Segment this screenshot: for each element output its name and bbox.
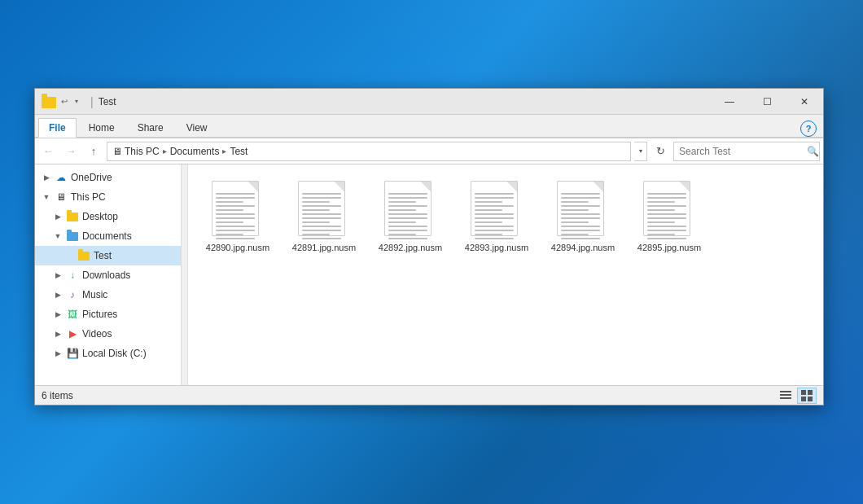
sidebar-item-onedrive[interactable]: ▶ ☁ OneDrive [35,168,181,187]
line [388,234,416,235]
sidebar-item-pictures[interactable]: ▶ 🖼 Pictures [35,305,181,324]
expand-pictures[interactable]: ▶ [53,309,63,319]
sidebar-item-music[interactable]: ▶ ♪ Music [35,285,181,305]
line [561,213,600,215]
line [216,226,255,227]
file-icon-1 [298,181,350,239]
sidebar-item-local-disk[interactable]: ▶ 💾 Local Disk (C:) [35,344,181,363]
file-item-2[interactable]: 42892.jpg.nusm [374,177,447,256]
window-controls: — ☐ ✕ [711,89,823,115]
line [561,197,600,199]
sidebar-item-this-pc[interactable]: ▼ 🖥 This PC [35,187,181,207]
file-item-5[interactable]: 42895.jpg.nusm [633,177,706,256]
expand-this-pc[interactable]: ▼ [42,192,51,202]
forward-button[interactable]: → [61,142,81,161]
search-icon[interactable]: 🔍 [806,142,819,161]
line [647,238,686,239]
line [216,197,255,199]
refresh-button[interactable]: ↻ [651,142,670,161]
address-breadcrumb[interactable]: 🖥 This PC ▸ Documents ▸ Test [107,142,631,161]
file-lines-5 [647,193,686,239]
line [302,197,341,199]
tab-file[interactable]: File [38,118,77,138]
sidebar-item-videos[interactable]: ▶ ▶ Videos [35,324,181,344]
sidebar-item-documents[interactable]: ▼ Documents [35,226,181,246]
file-page-0 [212,181,259,236]
line [388,238,427,239]
view-buttons [776,388,817,404]
content-area: 42890.jpg.nusm [188,164,823,385]
expand-documents[interactable]: ▼ [53,231,63,241]
file-lines-3 [475,193,514,239]
music-icon: ♪ [66,288,79,301]
sidebar-label-this-pc: This PC [71,191,106,203]
line [216,209,243,211]
line [561,238,600,239]
large-icons-view-button[interactable] [797,388,817,404]
file-name-4: 42894.jpg.nusm [551,243,615,253]
status-bar: 6 items [35,385,823,405]
sidebar-label-documents: Documents [82,230,132,242]
this-pc-icon: 🖥 [55,191,68,204]
file-item-4[interactable]: 42894.jpg.nusm [546,177,620,256]
help-button[interactable]: ? [800,121,817,137]
minimize-button[interactable]: — [711,89,748,115]
ribbon-tabs: File Home Share View ? [35,115,823,138]
qat-dropdown-button[interactable]: ▾ [72,95,81,108]
details-view-button[interactable] [776,388,795,404]
line [647,226,686,227]
line [647,193,686,195]
sidebar-item-desktop[interactable]: ▶ Desktop [35,207,181,226]
expand-downloads[interactable]: ▶ [53,270,63,280]
search-input[interactable] [674,146,806,157]
title-bar: ↩ ▾ | Test — ☐ ✕ [35,89,823,115]
address-dropdown-button[interactable]: ▾ [634,142,647,161]
line [561,201,589,203]
svg-rect-5 [801,397,806,401]
file-item-0[interactable]: 42890.jpg.nusm [201,177,274,256]
svg-rect-4 [808,390,813,395]
tab-view[interactable]: View [176,118,218,137]
expand-videos[interactable]: ▶ [53,329,63,339]
onedrive-icon: ☁ [55,171,68,184]
qat-undo-button[interactable]: ↩ [58,95,71,108]
expand-onedrive[interactable]: ▶ [42,173,51,182]
expand-local-disk[interactable]: ▶ [53,348,63,358]
line [388,226,427,227]
sidebar-item-downloads[interactable]: ▶ ↓ Downloads [35,265,181,285]
status-item-count: 6 items [42,390,776,401]
maximize-button[interactable]: ☐ [748,89,786,115]
svg-rect-1 [780,394,791,396]
file-page-2 [384,181,432,236]
tab-home[interactable]: Home [78,118,125,137]
close-button[interactable]: ✕ [786,89,823,115]
line [561,217,600,219]
breadcrumb-this-pc-label: This PC [125,146,160,157]
line [388,193,427,195]
tab-share[interactable]: Share [127,118,174,137]
file-icon-5 [643,181,695,239]
videos-icon: ▶ [66,327,79,340]
file-item-1[interactable]: 42891.jpg.nusm [287,177,361,256]
sidebar-item-test[interactable]: Test [35,246,181,265]
expand-desktop[interactable]: ▶ [53,212,63,221]
line [647,201,675,203]
svg-rect-3 [801,390,806,395]
line [302,193,341,195]
file-name-2: 42892.jpg.nusm [379,243,442,253]
line [388,205,427,207]
line [388,213,427,215]
up-button[interactable]: ↑ [84,142,103,161]
file-item-3[interactable]: 42893.jpg.nusm [460,177,533,256]
line [216,205,255,207]
line [216,217,255,219]
svg-rect-0 [780,391,791,392]
expand-music[interactable]: ▶ [53,290,63,300]
desktop-icon [66,210,79,223]
line [647,213,686,215]
back-button[interactable]: ← [38,142,58,161]
file-lines-1 [302,193,341,239]
expand-test[interactable] [64,251,74,261]
file-lines-4 [561,193,600,239]
line [302,209,330,211]
